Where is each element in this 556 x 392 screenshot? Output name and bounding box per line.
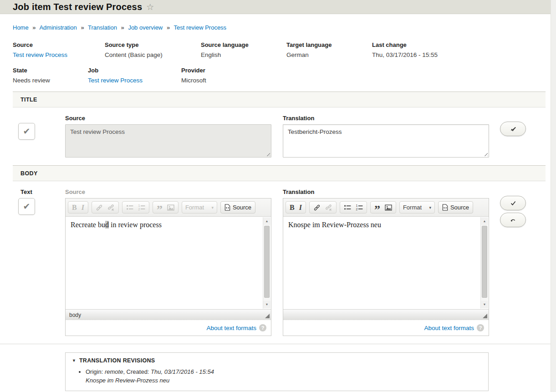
info-item-provider: Provider Microsoft <box>181 67 206 84</box>
source-view-button[interactable]: Source <box>220 201 255 214</box>
about-text-formats-link[interactable]: About text formats <box>424 325 474 331</box>
info-label: Source language <box>201 41 286 48</box>
info-value: Content (Basic page) <box>105 51 201 58</box>
blockquote-icon[interactable]: ” <box>374 203 380 212</box>
link-icon[interactable] <box>313 204 321 211</box>
revision-item: Origin: remote, Created: Thu, 03/17/2016… <box>86 368 482 385</box>
check-icon: ✔ <box>23 127 31 136</box>
page-header: Job item Test review Process ☆ <box>0 0 556 14</box>
source-editor-toolbar: B I <box>66 199 271 217</box>
info-item-job: Job Test review Process <box>88 67 181 84</box>
section-title-header: TITLE <box>13 92 546 107</box>
info-value: Microsoft <box>181 77 206 84</box>
italic-button[interactable]: I <box>299 204 302 212</box>
source-editor: B I <box>65 198 271 336</box>
info-value: German <box>286 51 372 58</box>
info-value: Needs review <box>13 77 88 84</box>
translation-editor-toolbar: B I <box>283 199 489 217</box>
bullet-list-icon[interactable] <box>344 204 351 211</box>
resize-handle-icon[interactable] <box>483 152 488 156</box>
breadcrumb-link-job-item[interactable]: Test review Process <box>174 24 227 31</box>
breadcrumb-separator: » <box>32 24 36 31</box>
info-label: Target language <box>286 41 372 48</box>
caret-down-icon: ▼ <box>72 358 76 363</box>
job-link[interactable]: Test review Process <box>88 77 143 84</box>
breadcrumb-link-home[interactable]: Home <box>13 24 29 31</box>
bold-button: B <box>72 204 77 212</box>
title-translation-textarea[interactable]: Testbericht-Prozess <box>283 124 489 158</box>
source-view-button[interactable]: Source <box>438 201 473 214</box>
source-code-icon <box>224 204 230 211</box>
main-content: Home » Administration » Translation » Jo… <box>0 24 556 391</box>
element-path-bar <box>283 309 489 320</box>
title-source-label: Source <box>65 115 271 122</box>
editor-scrollbar[interactable]: ▲ ▼ <box>263 217 270 309</box>
editor-resize-grip-icon[interactable] <box>265 314 270 318</box>
info-row-2: State Needs review Job Test review Proce… <box>13 67 546 84</box>
title-source-textarea: Test review Process <box>65 124 271 158</box>
help-icon[interactable]: ? <box>477 324 484 331</box>
title-finish-review-button[interactable] <box>500 122 526 136</box>
info-value: Thu, 03/17/2016 - 15:55 <box>372 51 438 58</box>
body-translation-label: Translation <box>283 188 489 195</box>
scrollbar-thumb[interactable] <box>264 226 270 298</box>
editor-scrollbar[interactable]: ▲ ▼ <box>480 217 488 309</box>
svg-text:2: 2 <box>356 207 357 210</box>
editor-resize-grip-icon[interactable] <box>483 314 487 318</box>
translation-editor: B I <box>283 198 489 336</box>
body-finish-review-button[interactable] <box>500 196 526 210</box>
help-icon[interactable]: ? <box>259 324 266 331</box>
element-path-label[interactable]: body <box>69 312 81 318</box>
body-revert-button[interactable] <box>500 213 526 227</box>
breadcrumb-link-translation[interactable]: Translation <box>88 24 117 31</box>
title-approved-checkbox[interactable]: ✔ <box>18 123 35 140</box>
translation-revisions-toggle[interactable]: ▼ TRANSLATION REVISIONS <box>72 357 482 364</box>
breadcrumb-separator: » <box>81 24 84 31</box>
chevron-down-icon: ▾ <box>211 205 214 210</box>
source-editor-content: Recreate bud in review process ▲ ▼ <box>66 217 271 309</box>
numbered-list-icon[interactable]: 1 2 <box>356 204 363 211</box>
revision-text: Knospe im Review-Prozess neu <box>86 377 482 385</box>
translation-editor-content[interactable]: Knospe im Review-Prozess neu ▲ ▼ <box>283 217 489 309</box>
translation-text: Knospe im Review-Prozess neu <box>288 221 476 229</box>
scroll-down-icon[interactable]: ▼ <box>263 301 270 308</box>
info-item-last-change: Last change Thu, 03/17/2016 - 15:55 <box>372 41 438 58</box>
info-label: Source type <box>105 41 201 48</box>
info-item-source-type: Source type Content (Basic page) <box>105 41 201 58</box>
info-value: English <box>201 51 286 58</box>
svg-text:1: 1 <box>138 204 140 207</box>
format-dropdown[interactable]: Format ▾ <box>399 201 435 214</box>
breadcrumb-link-administration[interactable]: Administration <box>39 24 77 31</box>
breadcrumb-link-job-overview[interactable]: Job overview <box>128 24 163 31</box>
info-label: Source <box>13 41 105 48</box>
title-review-row: ✔ Source Test review Process Translation… <box>13 115 546 158</box>
scroll-up-icon[interactable]: ▲ <box>263 218 270 225</box>
text-format-help: About text formats ? <box>66 320 271 336</box>
breadcrumb-separator: » <box>121 24 124 31</box>
numbered-list-icon: 1 2 <box>138 204 145 211</box>
check-icon <box>510 199 517 207</box>
info-item-source-language: Source language English <box>201 41 286 58</box>
resize-handle-icon <box>265 152 270 156</box>
unlink-icon <box>325 204 332 211</box>
bold-button[interactable]: B <box>290 204 295 212</box>
image-icon[interactable] <box>385 204 392 211</box>
svg-text:2: 2 <box>138 207 140 210</box>
highlighted-character: d <box>105 221 109 229</box>
about-text-formats-link[interactable]: About text formats <box>206 325 256 331</box>
source-link[interactable]: Test review Process <box>13 51 67 58</box>
section-title-heading: TITLE <box>20 97 37 103</box>
svg-text:1: 1 <box>356 204 357 207</box>
scroll-down-icon[interactable]: ▼ <box>481 301 488 308</box>
scrollbar-thumb[interactable] <box>482 226 487 298</box>
info-item-target-language: Target language German <box>286 41 372 58</box>
body-review-row: Text ✔ Source B I <box>13 188 546 336</box>
scroll-up-icon[interactable]: ▲ <box>481 218 488 225</box>
page: Job item Test review Process ☆ Home » Ad… <box>0 0 556 392</box>
body-approved-checkbox[interactable]: ✔ <box>18 198 35 215</box>
image-icon <box>167 204 174 211</box>
browser-scrollbar[interactable] <box>551 0 556 392</box>
text-format-help: About text formats ? <box>283 320 489 336</box>
unlink-icon <box>107 204 115 211</box>
star-icon[interactable]: ☆ <box>146 3 154 11</box>
